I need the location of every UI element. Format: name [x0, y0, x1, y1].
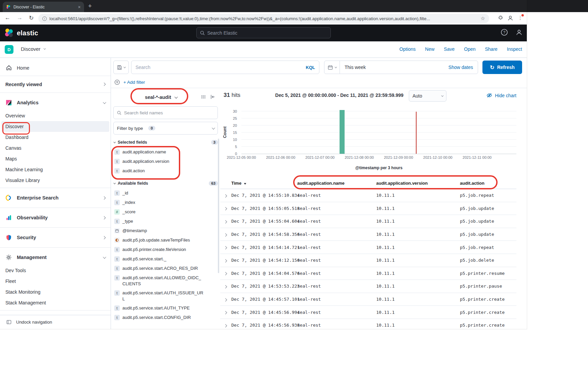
nav-item-discover[interactable]: Discover — [1, 121, 109, 132]
space-avatar[interactable]: D — [5, 45, 13, 54]
date-quick-select-button[interactable] — [324, 61, 340, 74]
sort-desc-icon[interactable] — [243, 182, 247, 185]
extensions-puzzle-icon[interactable] — [498, 15, 503, 21]
elastic-logo-icon[interactable] — [4, 28, 14, 38]
expand-row-button[interactable] — [220, 297, 231, 302]
hide-chart-button[interactable]: Hide chart — [486, 93, 516, 98]
menu-save[interactable]: Save — [444, 46, 455, 52]
field-name: _type — [122, 218, 204, 224]
expand-row-button[interactable] — [220, 245, 231, 250]
browser-tab[interactable]: Discover - Elastic × — [3, 2, 84, 12]
expand-row-button[interactable] — [220, 206, 231, 211]
undock-navigation-button[interactable]: Undock navigation — [0, 315, 111, 329]
time-range-value[interactable]: This week — [345, 65, 366, 70]
forward-icon[interactable]: → — [17, 14, 23, 21]
nav-item-canvas[interactable]: Canvas — [0, 143, 111, 153]
nav-section-management[interactable]: Management — [0, 250, 111, 265]
expand-row-button[interactable] — [220, 309, 231, 315]
field-audit.p5.service.start.AUTH_ISSUER_URL[interactable]: taudit.p5.service.start.AUTH_ISSUER_URL — [111, 288, 220, 303]
sidebar-scrollbar[interactable] — [218, 139, 219, 273]
field-_id[interactable]: t_id — [111, 188, 220, 198]
help-icon[interactable]: ? — [501, 29, 508, 36]
histogram-plot[interactable] — [241, 112, 516, 154]
site-info-icon[interactable]: i — [42, 16, 47, 21]
field-audit.p5.service.start.ALLOWED_OIDC_CLIENTS[interactable]: taudit.p5.service.start.ALLOWED_OIDC_CLI… — [111, 273, 220, 288]
chevron-right-icon — [224, 246, 227, 250]
nav-section-analytics[interactable]: Analytics — [0, 95, 111, 110]
refresh-button[interactable]: ↻ Refresh — [482, 61, 522, 74]
expand-row-button[interactable] — [220, 232, 231, 237]
nav-item-dashboard[interactable]: Dashboard — [0, 132, 111, 143]
nav-item-stack-monitoring[interactable]: Stack Monitoring — [0, 287, 111, 297]
expand-row-button[interactable] — [220, 284, 231, 289]
new-tab-button[interactable]: + — [88, 2, 92, 10]
nav-section-security[interactable]: Security — [0, 230, 111, 245]
field-audit.application.name[interactable]: taudit.application.name — [111, 147, 220, 157]
nav-section-enterprise-search[interactable]: Enterprise Search — [0, 190, 111, 206]
url-text[interactable]: localhost:5601/app/discover#/?_g=(filter… — [49, 16, 478, 21]
nav-item-stack-management[interactable]: Stack Management — [0, 297, 111, 308]
query-search-input[interactable]: Search KQL — [131, 61, 319, 74]
show-dates-button[interactable]: Show dates — [448, 65, 473, 70]
global-search-input[interactable]: Search Elastic — [196, 27, 331, 38]
menu-open[interactable]: Open — [464, 46, 475, 52]
query-language-switch[interactable]: KQL — [306, 65, 315, 70]
collapse-sidebar-icon[interactable] — [210, 94, 215, 100]
selected-fields-accordion[interactable]: Selected fields 3 — [113, 139, 218, 146]
cell-time: Dec 7, 2021 @ 14:55:10.834 — [231, 193, 297, 198]
add-filter-button[interactable]: + Add filter — [123, 80, 145, 85]
field-audit.p5.service.start._[interactable]: taudit.p5.service.start._ — [111, 254, 220, 264]
histogram-bar[interactable] — [340, 110, 345, 154]
nav-item-overview[interactable]: Overview — [0, 110, 111, 121]
col-audit-action[interactable]: audit.action — [460, 181, 516, 186]
browser-profile-icon[interactable] — [507, 15, 513, 21]
available-fields-accordion[interactable]: Available fields 63 — [113, 180, 218, 187]
field-audit.p5.printer.create.fileVersion[interactable]: taudit.p5.printer.create.fileVersion — [111, 245, 220, 254]
field-audit.application.version[interactable]: taudit.application.version — [111, 157, 220, 166]
field-audit.p5.service.start.AUTH_TYPE[interactable]: taudit.p5.service.start.AUTH_TYPE — [111, 303, 220, 313]
saved-query-menu-button[interactable] — [113, 61, 129, 74]
back-icon[interactable]: ← — [5, 14, 10, 21]
url-bar[interactable]: i localhost:5601/app/discover#/?_g=(filt… — [38, 14, 489, 23]
reload-icon[interactable]: ↻ — [29, 14, 34, 22]
field-search-input[interactable]: Search field names — [113, 106, 218, 119]
tab-close-icon[interactable]: × — [78, 5, 81, 9]
expand-row-button[interactable] — [220, 270, 231, 276]
field-audit.p5.service.start.CONFIG_DIR[interactable]: taudit.p5.service.start.CONFIG_DIR — [111, 313, 220, 322]
filter-by-type-dropdown[interactable]: Filter by type 0 — [113, 122, 218, 135]
field-audit.action[interactable]: taudit.action — [111, 166, 220, 176]
interval-select[interactable]: Auto — [409, 90, 446, 102]
index-pattern-select[interactable]: seal-*-audit — [145, 95, 177, 100]
nav-item-fleet[interactable]: Fleet — [0, 276, 111, 287]
cell-audit-application-version: 10.11.1 — [376, 193, 460, 198]
nav-section-observability[interactable]: Observability — [0, 210, 111, 225]
expand-row-button[interactable] — [220, 323, 231, 328]
expand-row-button[interactable] — [220, 219, 231, 224]
nav-item-visualize-library[interactable]: Visualize Library — [0, 175, 111, 186]
col-time[interactable]: Time — [231, 181, 297, 186]
col-audit-application-name[interactable]: audit.application.name — [297, 181, 376, 186]
menu-new[interactable]: New — [425, 46, 434, 52]
field-_type[interactable]: t_type — [111, 217, 220, 226]
menu-share[interactable]: Share — [485, 46, 498, 52]
field-@timestamp[interactable]: @timestamp — [111, 226, 220, 235]
expand-row-button[interactable] — [220, 258, 231, 263]
col-audit-application-version[interactable]: audit.application.version — [376, 181, 460, 186]
expand-row-button[interactable] — [220, 193, 231, 198]
bookmark-star-icon[interactable]: ☆ — [481, 15, 485, 22]
account-settings-icon[interactable] — [515, 29, 523, 36]
menu-inspect[interactable]: Inspect — [507, 46, 522, 52]
nav-section-recently-viewed[interactable]: Recently viewed — [0, 76, 111, 93]
field-audit.p5.service.start.ACRO_RES_DIR[interactable]: taudit.p5.service.start.ACRO_RES_DIR — [111, 264, 220, 273]
nav-item-home[interactable]: Home — [0, 60, 111, 76]
breadcrumb[interactable]: Discover — [21, 46, 45, 52]
field-_score[interactable]: #_score — [111, 207, 220, 217]
nav-item-dev-tools[interactable]: Dev Tools — [0, 265, 111, 276]
nav-item-machine-learning[interactable]: Machine Learning — [0, 164, 111, 175]
menu-options[interactable]: Options — [399, 46, 416, 52]
field-audit.p5.job.update.saveTempFiles[interactable]: audit.p5.job.update.saveTempFiles — [111, 235, 220, 245]
field-list-settings-icon[interactable] — [201, 94, 206, 100]
field-_index[interactable]: t_index — [111, 198, 220, 207]
nav-item-maps[interactable]: Maps — [0, 153, 111, 164]
filter-icon[interactable] — [114, 79, 120, 85]
